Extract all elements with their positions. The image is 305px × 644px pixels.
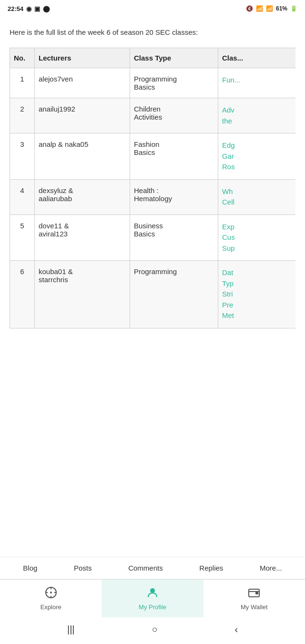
explore-icon bbox=[45, 586, 57, 602]
wifi-icon: 📶 bbox=[256, 5, 263, 12]
table-row: 5dove11 & aviral123Business BasicsExp Cu… bbox=[10, 215, 296, 261]
cell-lecturer: dexsyluz & aaliarubab bbox=[35, 179, 130, 215]
cell-no: 3 bbox=[10, 133, 35, 180]
recent-apps-button[interactable]: ||| bbox=[67, 624, 75, 635]
cell-classtype: Children Activities bbox=[130, 98, 218, 133]
mute-icon: 🔇 bbox=[246, 5, 253, 12]
cell-no: 2 bbox=[10, 98, 35, 133]
status-left: 22:54 ◉ ▣ ⬤ bbox=[8, 5, 50, 12]
cell-no: 6 bbox=[10, 261, 35, 328]
cell-no: 4 bbox=[10, 179, 35, 215]
content-area: Here is the full list of the week 6 of s… bbox=[0, 17, 305, 557]
status-bar: 22:54 ◉ ▣ ⬤ 🔇 📶 📶 61% 🔋 bbox=[0, 0, 305, 17]
cell-classtype: Health : Hematology bbox=[130, 179, 218, 215]
secondary-nav: Blog Posts Comments Replies More... bbox=[0, 557, 305, 579]
table-row: 1alejos7venProgramming BasicsFun... bbox=[10, 68, 296, 98]
cell-classtype: Business Basics bbox=[130, 215, 218, 261]
profile-label: My Profile bbox=[139, 603, 166, 611]
wallet-label: My Wallet bbox=[241, 603, 268, 611]
status-icon-2: ▣ bbox=[34, 5, 40, 12]
cell-lecturer: anailuj1992 bbox=[35, 98, 130, 133]
cell-no: 5 bbox=[10, 215, 35, 261]
cell-classname[interactable]: Wh Cell bbox=[218, 179, 296, 215]
svg-point-6 bbox=[150, 588, 155, 593]
nav-my-profile[interactable]: My Profile bbox=[102, 580, 203, 617]
home-button[interactable]: ○ bbox=[152, 624, 157, 635]
explore-label: Explore bbox=[41, 603, 61, 611]
cell-classname[interactable]: Exp Cus Sup bbox=[218, 215, 296, 261]
cell-classname[interactable]: Fun... bbox=[218, 68, 296, 98]
table-header-row: No. Lecturers Class Type Clas... bbox=[10, 48, 296, 68]
cell-lecturer: kouba01 & starrchris bbox=[35, 261, 130, 328]
intro-text: Here is the full list of the week 6 of s… bbox=[10, 27, 295, 38]
header-classtype: Class Type bbox=[130, 48, 218, 68]
header-no: No. bbox=[10, 48, 35, 68]
header-classname: Clas... bbox=[218, 48, 296, 68]
classes-table: No. Lecturers Class Type Clas... 1alejos… bbox=[10, 48, 295, 328]
profile-icon bbox=[146, 586, 159, 602]
table-row: 6kouba01 & starrchrisProgrammingDat Typ … bbox=[10, 261, 296, 328]
cell-classtype: Programming Basics bbox=[130, 68, 218, 98]
header-lecturers: Lecturers bbox=[35, 48, 130, 68]
status-right: 🔇 📶 📶 61% 🔋 bbox=[246, 5, 297, 12]
battery-icon: 🔋 bbox=[290, 5, 297, 12]
status-icon-1: ◉ bbox=[26, 5, 31, 12]
bottom-nav: Explore My Profile My Wallet bbox=[0, 579, 305, 617]
status-time: 22:54 bbox=[8, 5, 23, 12]
table-row: 3analp & naka05Fashion BasicsEdg Gar Ros bbox=[10, 133, 296, 180]
cell-no: 1 bbox=[10, 68, 35, 98]
nav-comments[interactable]: Comments bbox=[128, 564, 163, 572]
home-bar: ||| ○ ‹ bbox=[0, 617, 305, 644]
wallet-icon bbox=[248, 586, 260, 602]
svg-rect-8 bbox=[255, 592, 258, 594]
back-button[interactable]: ‹ bbox=[234, 624, 238, 635]
cell-classname[interactable]: Edg Gar Ros bbox=[218, 133, 296, 180]
nav-explore[interactable]: Explore bbox=[0, 580, 102, 617]
nav-my-wallet[interactable]: My Wallet bbox=[203, 580, 305, 617]
battery-level: 61% bbox=[276, 5, 287, 12]
cell-classtype: Programming bbox=[130, 261, 218, 328]
table-row: 4dexsyluz & aaliarubabHealth : Hematolog… bbox=[10, 179, 296, 215]
cell-classtype: Fashion Basics bbox=[130, 133, 218, 180]
signal-icon: 📶 bbox=[266, 5, 273, 12]
cell-classname[interactable]: Adv the bbox=[218, 98, 296, 133]
cell-lecturer: dove11 & aviral123 bbox=[35, 215, 130, 261]
nav-blog[interactable]: Blog bbox=[23, 564, 37, 572]
table-wrapper: No. Lecturers Class Type Clas... 1alejos… bbox=[10, 48, 295, 328]
status-icon-3: ⬤ bbox=[43, 5, 50, 12]
nav-posts[interactable]: Posts bbox=[74, 564, 92, 572]
cell-classname[interactable]: Dat Typ Stri Pre Met bbox=[218, 261, 296, 328]
nav-replies[interactable]: Replies bbox=[199, 564, 223, 572]
table-row: 2anailuj1992Children ActivitiesAdv the bbox=[10, 98, 296, 133]
cell-lecturer: alejos7ven bbox=[35, 68, 130, 98]
svg-point-1 bbox=[50, 592, 52, 593]
table-body: 1alejos7venProgramming BasicsFun...2anai… bbox=[10, 68, 296, 328]
nav-more[interactable]: More... bbox=[260, 564, 282, 572]
cell-lecturer: analp & naka05 bbox=[35, 133, 130, 180]
